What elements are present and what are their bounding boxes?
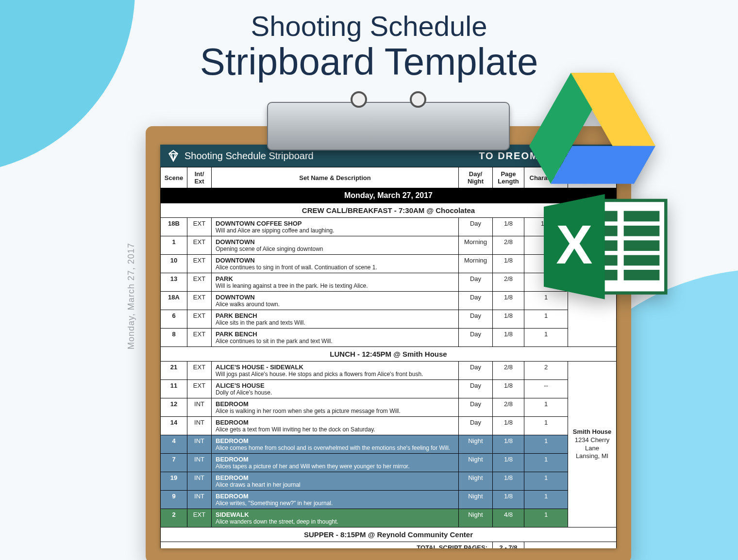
cell-intext: EXT [187, 310, 212, 329]
cell-intext: EXT [187, 380, 212, 398]
clipboard: Monday, March 27, 2017 Shooting Schedule… [146, 126, 631, 560]
cell-intext: INT [187, 435, 212, 454]
cell-set: BEDROOMAlice comes home from school and … [212, 435, 459, 454]
total-row: TOTAL SCRIPT PAGES: 2 - 7/8 [161, 542, 617, 549]
cell-length: 1/8 [493, 435, 524, 454]
cell-daynight: Day [459, 380, 493, 398]
cell-daynight: Day [459, 329, 493, 347]
strip-row: 6EXTPARK BENCHAlice sits in the park and… [161, 310, 617, 329]
cell-set: PARK BENCHAlice continues to sit in the … [212, 329, 459, 347]
cell-daynight: Day [459, 310, 493, 329]
cell-scene: 2 [161, 509, 187, 527]
cell-intext: INT [187, 417, 212, 435]
cell-intext: INT [187, 491, 212, 509]
strip-row: 21EXTALICE'S HOUSE - SIDEWALKWill jogs p… [161, 362, 617, 380]
cell-intext: EXT [187, 255, 212, 273]
cell-set: BEDROOMAlice draws a heart in her journa… [212, 472, 459, 491]
cell-location: Smith House 1234 Cherry Lane Lansing, MI [568, 362, 617, 527]
cell-set: ALICE'S HOUSEDolly of Alice's house. [212, 380, 459, 398]
cell-set: BEDROOMAlice writes, "Something new?" in… [212, 491, 459, 509]
cell-chars: 1 [524, 435, 568, 454]
cell-length: 1/8 [493, 255, 524, 273]
strip-row: 8EXTPARK BENCHAlice continues to sit in … [161, 329, 617, 347]
strip-row: 7INTBEDROOMAlices tapes a picture of her… [161, 454, 617, 472]
sidebar-date: Monday, March 27, 2017 [126, 243, 136, 349]
cell-chars: 2 [524, 362, 568, 380]
cell-length: 1/8 [493, 454, 524, 472]
cell-set: PARKWill is leaning against a tree in th… [212, 273, 459, 292]
cell-intext: EXT [187, 362, 212, 380]
cell-daynight: Day [459, 362, 493, 380]
cell-chars: -- [524, 380, 568, 398]
cell-set: SIDEWALKAlice wanders down the street, d… [212, 509, 459, 527]
break-row: LUNCH - 12:45PM @ Smith House [161, 347, 617, 362]
cell-daynight: Night [459, 454, 493, 472]
cell-length: 1/8 [493, 329, 524, 347]
cell-intext: EXT [187, 273, 212, 292]
cell-length: 1/8 [493, 380, 524, 398]
strip-row: 19INTBEDROOMAlice draws a heart in her j… [161, 472, 617, 491]
cell-intext: EXT [187, 292, 212, 310]
cell-scene: 9 [161, 491, 187, 509]
strip-row: 4INTBEDROOMAlice comes home from school … [161, 435, 617, 454]
strip-row: 2EXTSIDEWALKAlice wanders down the stree… [161, 509, 617, 527]
band-title: Shooting Schedule Stripboard [184, 150, 314, 162]
col-length: Page Length [493, 167, 524, 188]
col-daynight: Day/ Night [459, 167, 493, 188]
cell-set: DOWNTOWNAlice continues to sing in front… [212, 255, 459, 273]
cell-scene: 1 [161, 236, 187, 255]
cell-length: 1/8 [493, 491, 524, 509]
cell-chars: 1 [524, 417, 568, 435]
cell-scene: 7 [161, 454, 187, 472]
cell-set: PARK BENCHAlice sits in the park and tex… [212, 310, 459, 329]
cell-daynight: Night [459, 509, 493, 527]
cell-length: 1/8 [493, 472, 524, 491]
col-intext: Int/ Ext [187, 167, 212, 188]
cell-length: 2/8 [493, 273, 524, 292]
svg-rect-11 [624, 255, 660, 266]
cell-length: 2/8 [493, 236, 524, 255]
cell-intext: INT [187, 472, 212, 491]
col-set: Set Name & Description [212, 167, 459, 188]
cell-set: DOWNTOWNOpening scene of Alice singing d… [212, 236, 459, 255]
cell-chars: 1 [524, 491, 568, 509]
cell-length: 4/8 [493, 509, 524, 527]
cell-intext: INT [187, 398, 212, 417]
cell-intext: EXT [187, 218, 212, 236]
cell-scene: 12 [161, 398, 187, 417]
cell-set: ALICE'S HOUSE - SIDEWALKWill jogs past A… [212, 362, 459, 380]
cell-scene: 8 [161, 329, 187, 347]
cell-intext: EXT [187, 236, 212, 255]
title-line1: Shooting Schedule [0, 10, 738, 42]
cell-length: 1/8 [493, 292, 524, 310]
cell-daynight: Night [459, 472, 493, 491]
cell-length: 2/8 [493, 362, 524, 380]
cell-length: 1/8 [493, 417, 524, 435]
cell-daynight: Night [459, 491, 493, 509]
cell-daynight: Morning [459, 236, 493, 255]
diamond-icon [167, 149, 180, 162]
cell-chars: 1 [524, 329, 568, 347]
clipboard-clip [267, 102, 510, 150]
cell-scene: 10 [161, 255, 187, 273]
cell-intext: EXT [187, 509, 212, 527]
cell-length: 1/8 [493, 310, 524, 329]
cell-daynight: Day [459, 273, 493, 292]
cell-daynight: Day [459, 218, 493, 236]
cell-set: BEDROOMAlices tapes a picture of her and… [212, 454, 459, 472]
cell-scene: 21 [161, 362, 187, 380]
cell-scene: 13 [161, 273, 187, 292]
cell-scene: 18A [161, 292, 187, 310]
cell-daynight: Day [459, 292, 493, 310]
svg-rect-9 [624, 240, 660, 251]
cell-scene: 4 [161, 435, 187, 454]
strip-row: 9INTBEDROOMAlice writes, "Something new?… [161, 491, 617, 509]
google-drive-icon [529, 73, 655, 184]
cell-daynight: Day [459, 417, 493, 435]
cell-set: BEDROOMAlice gets a text from Will invit… [212, 417, 459, 435]
cell-intext: EXT [187, 329, 212, 347]
cell-chars: 1 [524, 454, 568, 472]
strip-row: 14INTBEDROOMAlice gets a text from Will … [161, 417, 617, 435]
cell-daynight: Morning [459, 255, 493, 273]
cell-set: DOWNTOWN COFFEE SHOPWill and Alice are s… [212, 218, 459, 236]
